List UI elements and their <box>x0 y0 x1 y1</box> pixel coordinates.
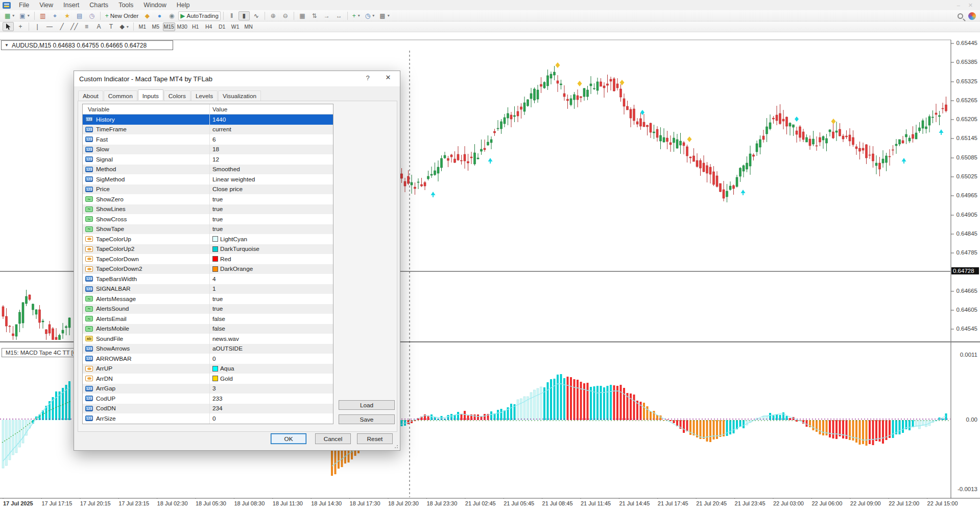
param-row-TapeBarsWidth[interactable]: 123TapeBarsWidth4 <box>83 274 333 284</box>
trendline-tool[interactable]: ╱ <box>56 22 67 31</box>
text-label-tool[interactable]: T <box>105 22 116 31</box>
auto-scroll-button[interactable]: → <box>321 11 332 20</box>
param-row-TimeFrame[interactable]: 123TimeFramecurrent <box>83 125 333 135</box>
param-row-SigMethod[interactable]: 123SigMethodLinear weighted <box>83 174 333 184</box>
new-chart-button[interactable]: ▦▾ <box>3 11 16 20</box>
param-row-Slow[interactable]: 123Slow18 <box>83 145 333 155</box>
profile-avatar-icon[interactable] <box>968 12 976 20</box>
param-value-cell[interactable]: current <box>209 126 333 133</box>
param-value-cell[interactable]: LightCyan <box>209 236 333 243</box>
timeframe-h4[interactable]: H4 <box>203 22 215 31</box>
menu-view[interactable]: View <box>34 0 58 10</box>
timeframe-h1[interactable]: H1 <box>189 22 202 31</box>
indicators-dropdown[interactable]: +▾ <box>350 11 362 20</box>
param-row-Method[interactable]: 123MethodSmoothed <box>83 165 333 175</box>
minimize-button[interactable]: – <box>957 2 960 9</box>
new-order-button[interactable]: +New Order <box>103 11 141 20</box>
param-value-cell[interactable]: false <box>209 315 333 322</box>
tab-levels[interactable]: Levels <box>191 90 218 101</box>
param-row-AlertsMessage[interactable]: ~AlertsMessagetrue <box>83 294 333 304</box>
equidistant-channel-tool[interactable]: ╱╱ <box>68 22 80 31</box>
line-chart-mode-button[interactable]: ∿ <box>251 11 262 20</box>
param-row-AlertsSound[interactable]: ~AlertsSoundtrue <box>83 304 333 314</box>
menu-file[interactable]: File <box>14 0 34 10</box>
periods-dropdown[interactable]: ◷▾ <box>363 11 377 20</box>
param-value-cell[interactable]: Red <box>209 256 333 263</box>
param-row-TapeColorUp[interactable]: TapeColorUpLightCyan <box>83 234 333 244</box>
tile-windows-button[interactable]: ▦ <box>297 11 308 20</box>
param-row-CodDN[interactable]: 123CodDN234 <box>83 404 333 414</box>
param-row-TapeColorUp2[interactable]: TapeColorUp2DarkTurquoise <box>83 244 333 254</box>
strategy-tester-button[interactable]: ◷ <box>86 11 98 20</box>
param-value-cell[interactable]: news.wav <box>209 335 333 342</box>
param-value-cell[interactable]: true <box>209 225 333 233</box>
timeframe-m15[interactable]: M15 <box>163 22 175 31</box>
cancel-button[interactable]: Cancel <box>315 433 351 444</box>
param-row-History[interactable]: 123History1440 <box>83 114 333 125</box>
param-row-ARROWBAR[interactable]: 123ARROWBAR0 <box>83 354 333 364</box>
chart-shift-button[interactable]: ↔ <box>333 11 345 20</box>
param-value-cell[interactable]: aOUTSIDE <box>209 345 333 352</box>
tab-common[interactable]: Common <box>104 90 137 101</box>
candlestick-mode-button[interactable]: ▮ <box>238 11 250 20</box>
timeframe-m5[interactable]: M5 <box>150 22 162 31</box>
param-value-cell[interactable]: true <box>209 305 333 312</box>
menu-window[interactable]: Window <box>138 0 171 10</box>
market-watch-button[interactable]: ▥ <box>37 11 49 20</box>
navigator-button[interactable]: ★ <box>62 11 73 20</box>
param-row-ArrUP[interactable]: ArrUPAqua <box>83 364 333 374</box>
param-value-cell[interactable]: 3 <box>209 385 333 392</box>
param-value-cell[interactable]: DarkOrange <box>209 265 333 272</box>
param-row-Price[interactable]: 123PriceClose price <box>83 184 333 195</box>
save-button[interactable]: Save <box>339 414 395 424</box>
ok-button[interactable]: OK <box>271 433 306 444</box>
close-icon[interactable]: ✕ <box>381 74 395 81</box>
param-row-ShowLines[interactable]: ~ShowLinestrue <box>83 204 333 215</box>
timeframe-m1[interactable]: M1 <box>136 22 149 31</box>
load-button[interactable]: Load <box>339 400 395 410</box>
param-row-TapeColorDown[interactable]: TapeColorDownRed <box>83 254 333 264</box>
data-window-button[interactable]: ⌖ <box>50 11 61 20</box>
param-row-TapeColorDown2[interactable]: TapeColorDown2DarkOrange <box>83 264 333 274</box>
param-row-SoundFile[interactable]: abSoundFilenews.wav <box>83 334 333 344</box>
param-value-cell[interactable]: Gold <box>209 375 333 382</box>
param-row-Signal[interactable]: 123Signal12 <box>83 154 333 165</box>
param-value-cell[interactable]: Close price <box>209 186 333 193</box>
timeframe-d1[interactable]: D1 <box>216 22 228 31</box>
menu-tools[interactable]: Tools <box>113 0 138 10</box>
market-button[interactable]: ● <box>154 11 165 20</box>
param-value-cell[interactable]: 0 <box>209 355 333 362</box>
menu-charts[interactable]: Charts <box>84 0 113 10</box>
zoom-in-button[interactable]: ⊕ <box>268 11 279 20</box>
help-button[interactable]: ? <box>362 74 373 82</box>
param-row-Fast[interactable]: 123Fast6 <box>83 134 333 145</box>
param-row-ArrSize[interactable]: 123ArrSize0 <box>83 413 333 424</box>
param-row-ShowArrows[interactable]: 123ShowArrowsaOUTSIDE <box>83 344 333 354</box>
param-value-cell[interactable]: 234 <box>209 405 333 412</box>
param-row-SIGNALBAR[interactable]: 123SIGNALBAR1 <box>83 284 333 294</box>
horizontal-line-tool[interactable]: — <box>44 22 55 31</box>
param-value-cell[interactable]: 12 <box>209 156 333 163</box>
community-button[interactable]: ◆ <box>141 11 153 20</box>
param-value-cell[interactable]: Linear weighted <box>209 176 333 183</box>
collapse-icon[interactable]: ▼ <box>5 43 9 48</box>
timeframe-mn[interactable]: MN <box>243 22 255 31</box>
param-value-cell[interactable]: true <box>209 205 333 213</box>
param-row-AlertsEmail[interactable]: ~AlertsEmailfalse <box>83 314 333 324</box>
param-row-ArrDN[interactable]: ArrDNGold <box>83 374 333 384</box>
terminal-button[interactable]: ▤ <box>74 11 85 20</box>
vertical-line-tool[interactable]: | <box>32 22 43 31</box>
param-value-cell[interactable]: true <box>209 196 333 203</box>
param-value-cell[interactable]: 0 <box>209 415 333 422</box>
profiles-button[interactable]: ▣▾ <box>17 11 31 20</box>
cursor-tool[interactable] <box>3 22 14 31</box>
param-value-cell[interactable]: DarkTurquoise <box>209 245 333 252</box>
param-value-cell[interactable]: 1440 <box>209 116 333 123</box>
param-value-cell[interactable]: 233 <box>209 395 333 402</box>
param-row-ArrGap[interactable]: 123ArrGap3 <box>83 384 333 394</box>
param-row-ShowZero[interactable]: ~ShowZerotrue <box>83 194 333 204</box>
shapes-dropdown[interactable]: ◆▾ <box>117 22 130 31</box>
zoom-out-button[interactable]: ⊖ <box>280 11 291 20</box>
templates-dropdown[interactable]: ▩▾ <box>377 11 391 20</box>
resize-grip[interactable] <box>394 445 398 449</box>
